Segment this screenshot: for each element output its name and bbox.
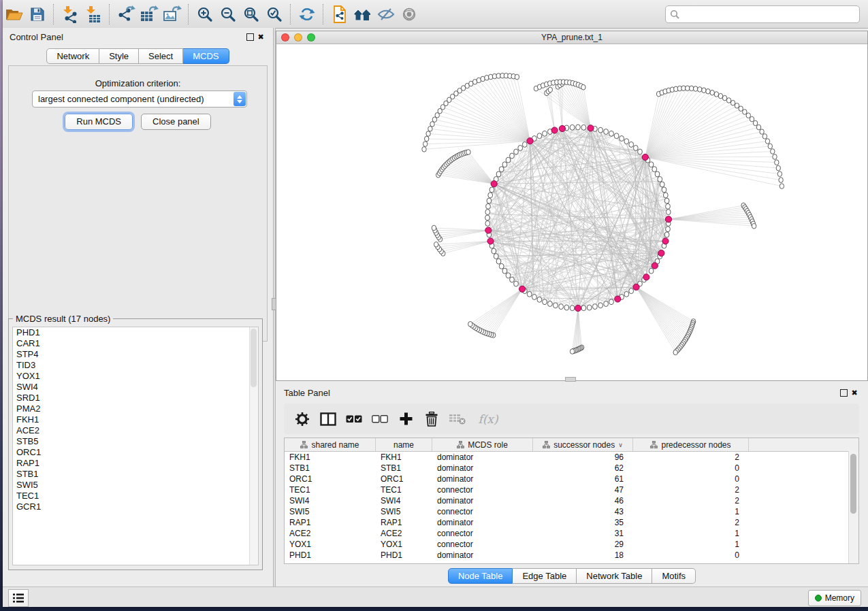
close-panel-button2[interactable]: Close panel — [141, 114, 211, 130]
open-session-button[interactable] — [3, 3, 26, 26]
optimization-label: Optimization criterion: — [9, 78, 267, 88]
import-table-button[interactable] — [82, 3, 105, 26]
column-header-shared-name[interactable]: shared name — [285, 438, 376, 451]
table-row[interactable]: PHD1PHD1dominator180 — [285, 550, 858, 561]
mcds-result-item[interactable]: FKH1 — [13, 414, 258, 425]
select-all-button[interactable] — [344, 409, 364, 429]
close-table-panel-button[interactable]: ✖ — [849, 387, 860, 398]
table-row[interactable]: FKH1FKH1dominator962 — [285, 452, 858, 463]
column-header-predecessor-nodes[interactable]: predecessor nodes — [633, 438, 749, 451]
clone-network-button[interactable] — [328, 3, 351, 26]
zoom-out-button[interactable] — [216, 3, 240, 26]
table-row[interactable]: STB1STB1dominator620 — [285, 463, 858, 474]
network-canvas[interactable] — [276, 44, 867, 380]
cell: 43 — [533, 506, 633, 517]
mcds-result-list[interactable]: PHD1CAR1STP4TID3YOX1SWI4SRD1PMA2FKH1ACE2… — [12, 327, 259, 565]
cell: ORC1 — [285, 474, 376, 484]
function-builder-button[interactable]: f(x) — [473, 409, 503, 429]
open-recent-session-button[interactable] — [351, 3, 374, 26]
table-settings-button[interactable] — [292, 409, 312, 429]
tab-node-table[interactable]: Node Table — [448, 568, 513, 584]
scrollbar-thumb[interactable] — [850, 454, 856, 514]
table-row[interactable]: ORC1ORC1dominator610 — [285, 474, 858, 484]
column-header-name[interactable]: name — [376, 438, 432, 451]
mcds-result-item[interactable]: SWI5 — [13, 480, 258, 491]
save-session-button[interactable] — [26, 3, 49, 26]
mcds-result-item[interactable]: CAR1 — [13, 338, 258, 349]
cell: ACE2 — [285, 528, 376, 539]
add-column-button[interactable] — [396, 409, 416, 429]
tab-mcds[interactable]: MCDS — [183, 48, 229, 64]
table-panel: Table Panel ✖ — [276, 383, 868, 587]
tab-motifs[interactable]: Motifs — [652, 568, 696, 584]
hierarchy-icon — [457, 441, 464, 448]
mcds-result-item[interactable]: PMA2 — [13, 403, 258, 414]
optimization-select[interactable]: largest connected component (undirected) — [32, 90, 247, 108]
tab-select[interactable]: Select — [139, 48, 183, 64]
scrollbar-thumb[interactable] — [251, 329, 257, 387]
hide-panel-button[interactable] — [374, 3, 398, 26]
horizontal-splitter-handle[interactable] — [565, 377, 576, 382]
table-panel-title: Table Panel — [284, 388, 330, 398]
tab-style[interactable]: Style — [99, 48, 139, 64]
zoom-in-button[interactable] — [193, 3, 216, 26]
float-panel-button[interactable] — [244, 31, 255, 42]
table-row[interactable]: YOX1YOX1connector291 — [285, 539, 858, 550]
mcds-list-scrollbar[interactable] — [249, 327, 258, 565]
cell: 0 — [633, 474, 749, 484]
refresh-icon — [299, 6, 315, 22]
cell: 1 — [633, 528, 749, 539]
delete-column-button[interactable] — [421, 409, 442, 429]
export-table-button[interactable] — [138, 3, 161, 26]
cell: ACE2 — [376, 528, 432, 539]
export-image-button[interactable] — [161, 3, 184, 26]
split-view-button[interactable] — [318, 409, 338, 429]
zoom-selected-button[interactable] — [263, 3, 286, 26]
table-row[interactable]: SWI5SWI5connector431 — [285, 506, 858, 517]
mcds-result-item[interactable]: ORC1 — [13, 447, 258, 458]
column-header-MCDS-role[interactable]: MCDS role — [432, 438, 533, 451]
mcds-result-item[interactable]: ACE2 — [13, 425, 258, 436]
close-panel-button[interactable]: ✖ — [255, 31, 266, 42]
table-row[interactable]: ACE2ACE2connector311 — [285, 528, 858, 539]
mcds-result-item[interactable]: YOX1 — [13, 371, 258, 382]
show-panel-button[interactable] — [398, 3, 421, 26]
mcds-result-item[interactable]: STB1 — [13, 469, 258, 480]
mcds-result-item[interactable]: SWI4 — [13, 382, 258, 393]
mcds-result-item[interactable]: PHD1 — [13, 327, 258, 338]
float-table-panel-button[interactable] — [838, 387, 849, 398]
mcds-result-item[interactable]: TEC1 — [13, 491, 258, 501]
table-row[interactable]: RAP1RAP1dominator352 — [285, 517, 858, 528]
close-icon: ✖ — [257, 33, 263, 42]
tab-network-table[interactable]: Network Table — [577, 568, 652, 584]
tab-network[interactable]: Network — [46, 48, 99, 64]
mcds-result-item[interactable]: STP4 — [13, 349, 258, 360]
mcds-result-item[interactable]: RAP1 — [13, 458, 258, 469]
export-network-button[interactable] — [114, 3, 138, 26]
zoom-fit-button[interactable] — [240, 3, 263, 26]
table-row[interactable]: TEC1TEC1connector472 — [285, 484, 858, 495]
cell: 31 — [533, 528, 633, 539]
cell: 47 — [533, 484, 633, 495]
run-mcds-button[interactable]: Run MCDS — [65, 114, 133, 130]
delete-table-button[interactable] — [447, 409, 468, 429]
task-history-button[interactable] — [8, 589, 29, 607]
table-row[interactable]: SWI4SWI4dominator462 — [285, 495, 858, 506]
refresh-button[interactable] — [295, 3, 319, 26]
memory-button[interactable]: Memory — [808, 590, 861, 606]
status-bar: Memory — [3, 587, 868, 607]
mcds-result-item[interactable]: GCR1 — [13, 501, 258, 512]
mcds-result-item[interactable]: SRD1 — [13, 393, 258, 403]
column-header-successor-nodes[interactable]: successor nodes∨ — [533, 438, 633, 451]
mcds-result-item[interactable]: TID3 — [13, 360, 258, 371]
import-table-icon — [84, 5, 102, 23]
tab-edge-table[interactable]: Edge Table — [513, 568, 577, 584]
import-network-button[interactable] — [59, 3, 82, 26]
search-input[interactable] — [682, 7, 859, 21]
mcds-result-item[interactable]: STB5 — [13, 436, 258, 447]
deselect-all-button[interactable] — [370, 409, 390, 429]
table-scrollbar[interactable] — [848, 451, 858, 563]
search-field[interactable] — [665, 5, 860, 23]
cell: ORC1 — [376, 474, 432, 484]
network-window-titlebar[interactable]: YPA_prune.txt_1 — [276, 31, 867, 44]
